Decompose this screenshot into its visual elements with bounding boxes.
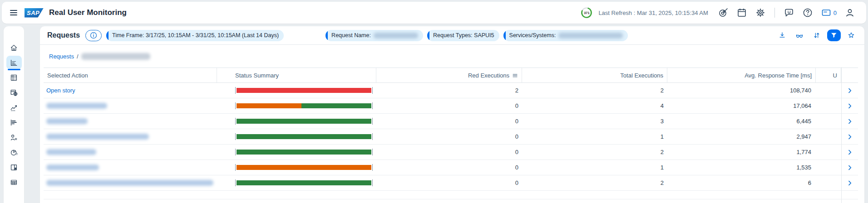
action-link-redacted[interactable]	[46, 149, 96, 155]
total-executions-cell: 2	[522, 145, 667, 160]
refresh-countdown-badge[interactable]: 371	[581, 7, 592, 19]
red-executions-cell: 2	[376, 83, 522, 98]
action-link-redacted[interactable]	[46, 164, 99, 170]
selected-action-cell	[44, 145, 217, 160]
status-segment-green	[237, 150, 371, 155]
header-divider	[774, 8, 775, 18]
last-refresh-text: Last Refresh : Mar 31, 2025, 10:15:34 AM	[598, 10, 708, 16]
chevron-right-icon[interactable]	[841, 145, 858, 160]
app-title: Real User Monitoring	[49, 8, 127, 17]
page-title: Requests	[47, 31, 80, 39]
chevron-right-icon[interactable]	[841, 98, 858, 113]
breadcrumb-link-requests[interactable]: Requests	[49, 53, 74, 60]
menu-icon[interactable]	[8, 7, 19, 18]
filter-chip-3[interactable]: Request Types: SAPUI5	[427, 30, 499, 41]
sidebar-item-requests-analytics[interactable]	[6, 56, 22, 69]
notifications-icon[interactable]: 0	[820, 6, 838, 19]
sidebar-item-user-list[interactable]	[6, 130, 22, 144]
table-globe-icon	[10, 88, 18, 97]
users-cell-truncated	[816, 145, 841, 160]
selected-action-cell	[44, 160, 217, 175]
column-header-status-summary[interactable]: Status Summary	[217, 68, 376, 82]
table-row: 021,774	[44, 145, 858, 160]
sidebar-item-trend-chart[interactable]	[6, 101, 22, 114]
sort-icon[interactable]	[810, 29, 824, 41]
download-icon[interactable]	[775, 29, 789, 41]
filter-chip-4[interactable]: Services/Systems:	[503, 30, 628, 41]
chevron-right-icon[interactable]	[841, 160, 858, 175]
status-segment-orange	[237, 165, 371, 170]
row-navigation-cell	[841, 83, 858, 98]
red-executions-cell: 0	[376, 129, 522, 144]
status-bar	[235, 133, 373, 140]
action-link[interactable]: Open story	[46, 87, 75, 94]
table-grid-icon	[10, 73, 18, 82]
sidebar-item-bar-chart[interactable]	[6, 116, 22, 129]
status-bar	[235, 102, 373, 109]
sap-logo[interactable]: SAP	[25, 8, 44, 18]
sidebar-item-split-layout[interactable]	[6, 160, 22, 174]
chip-label: Time Frame: 3/17/25, 10:15AM - 3/31/25, …	[108, 32, 284, 39]
column-header-avg-response-time-ms-[interactable]: Avg. Response Time [ms]	[667, 68, 816, 82]
bar-chart-icon	[10, 118, 18, 127]
favorite-icon[interactable]	[844, 29, 858, 41]
action-link-redacted[interactable]	[46, 134, 149, 140]
table-row: 036,445	[44, 114, 858, 129]
chevron-right-icon[interactable]	[841, 129, 858, 144]
filter-chip-2[interactable]: Request Name:	[326, 30, 423, 41]
sidebar-item-table-grid[interactable]	[6, 71, 22, 84]
action-link-redacted[interactable]	[46, 118, 88, 124]
avg-response-time-cell: 1,535	[667, 160, 816, 175]
row-navigation-cell	[841, 129, 858, 144]
show-details-icon[interactable]	[793, 29, 806, 41]
action-link-redacted[interactable]	[46, 180, 213, 186]
sidebar-item-home[interactable]	[6, 41, 22, 54]
sidebar-item-table-globe[interactable]	[6, 86, 22, 99]
calendar-icon[interactable]	[735, 6, 748, 19]
red-executions-cell: 0	[376, 175, 522, 190]
help-icon[interactable]	[801, 6, 814, 19]
avg-response-time-cell: 6	[667, 175, 816, 190]
info-icon[interactable]	[85, 30, 102, 41]
column-header-truncated[interactable]: U	[816, 68, 841, 82]
column-menu-icon[interactable]	[512, 72, 518, 78]
users-cell-truncated	[816, 160, 841, 175]
table-row: 011,535	[44, 160, 858, 175]
status-bar	[235, 164, 373, 171]
table-bottom-line	[44, 199, 858, 199]
column-header-selected-action[interactable]: Selected Action	[44, 68, 217, 82]
chip-redacted-value	[558, 33, 623, 39]
column-header-actions	[841, 68, 858, 82]
table-rows-icon	[10, 178, 18, 187]
row-navigation-cell	[841, 160, 858, 175]
account-icon[interactable]	[843, 6, 856, 19]
chevron-right-icon[interactable]	[841, 114, 858, 129]
requests-analytics-icon	[10, 58, 18, 67]
status-segment-red	[237, 88, 371, 93]
action-link-redacted[interactable]	[46, 103, 107, 109]
status-bar	[235, 118, 373, 125]
status-segment-green	[237, 180, 371, 185]
feedback-icon[interactable]	[783, 6, 795, 19]
filter-chip-1[interactable]: Time Frame: 3/17/25, 10:15AM - 3/31/25, …	[106, 30, 284, 41]
status-bar	[235, 87, 373, 94]
chevron-right-icon[interactable]	[841, 175, 858, 190]
avg-response-time-cell: 108,740	[667, 83, 816, 98]
status-segment-orange	[237, 103, 301, 108]
row-navigation-cell	[841, 145, 858, 160]
red-executions-cell: 0	[376, 98, 522, 113]
status-segment-green	[237, 134, 371, 139]
chevron-right-icon[interactable]	[841, 83, 858, 98]
settings-icon[interactable]	[754, 6, 767, 19]
top-header: SAP Real User Monitoring 371 Last Refres…	[2, 2, 866, 24]
sidebar-item-pie-chart[interactable]	[6, 145, 22, 159]
red-executions-cell: 0	[376, 114, 522, 129]
chip-label: Services/Systems:	[506, 32, 561, 39]
column-header-total-executions[interactable]: Total Executions	[522, 68, 667, 82]
sidebar-item-table-rows[interactable]	[6, 175, 22, 189]
status-segment-green	[237, 119, 371, 124]
column-header-red-executions[interactable]: Red Executions	[376, 68, 522, 82]
filter-icon[interactable]	[827, 29, 841, 41]
home-icon	[10, 44, 18, 52]
goal-icon[interactable]	[717, 6, 730, 19]
